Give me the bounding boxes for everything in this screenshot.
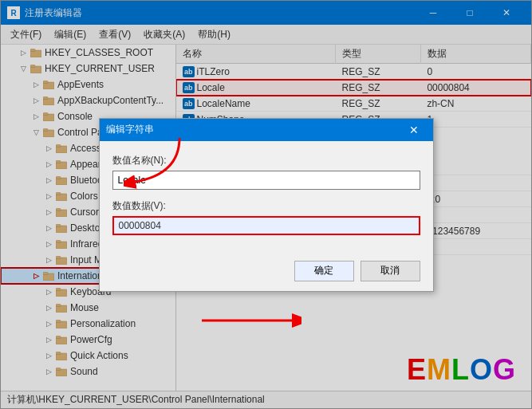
dialog-value-label: 数值数据(V): bbox=[112, 199, 420, 213]
dialog-body: 数值名称(N): 数值数据(V): bbox=[100, 141, 433, 254]
edit-string-dialog: 编辑字符串 ✕ 数值名称(N): 数值数据(V): 确定 取消 bbox=[99, 118, 434, 292]
dialog-close-button[interactable]: ✕ bbox=[401, 119, 427, 141]
dialog-value-input[interactable] bbox=[112, 216, 420, 235]
dialog-ok-button[interactable]: 确定 bbox=[294, 261, 354, 281]
dialog-name-input[interactable] bbox=[112, 171, 420, 190]
dialog-cancel-button[interactable]: 取消 bbox=[361, 261, 420, 281]
dialog-title-bar: 编辑字符串 ✕ bbox=[100, 119, 433, 141]
dialog-overlay: 编辑字符串 ✕ 数值名称(N): 数值数据(V): 确定 取消 bbox=[0, 0, 532, 409]
dialog-title: 编辑字符串 bbox=[106, 123, 401, 136]
dialog-footer: 确定 取消 bbox=[100, 254, 433, 291]
dialog-name-label: 数值名称(N): bbox=[112, 154, 420, 167]
